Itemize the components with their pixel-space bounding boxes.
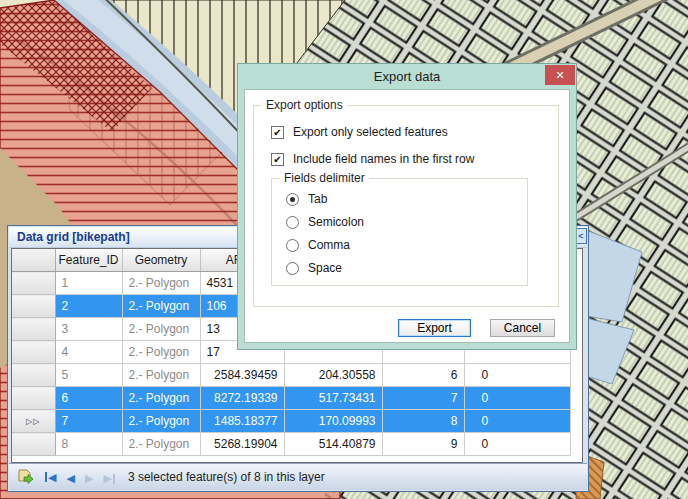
row-header-cell[interactable]: [12, 433, 55, 456]
checkbox-label: Export only selected features: [293, 125, 448, 139]
table-row[interactable]: 82.- Polygon5268.19904514.4087990: [12, 433, 570, 456]
table-cell[interactable]: 0: [464, 387, 570, 410]
checkbox-box-icon[interactable]: ✔: [271, 126, 284, 139]
table-row[interactable]: 62.- Polygon8272.19339517.7343170: [12, 387, 570, 410]
export-table-icon[interactable]: [16, 469, 34, 485]
radio-label: Tab: [308, 192, 327, 206]
table-cell[interactable]: 4: [55, 341, 122, 364]
fields-delimiter-group-label: Fields delimiter: [280, 171, 369, 185]
close-button[interactable]: ✕: [545, 65, 575, 85]
table-cell[interactable]: 2: [55, 295, 122, 318]
row-header-cell[interactable]: [12, 364, 55, 387]
table-cell[interactable]: 2.- Polygon: [122, 341, 200, 364]
table-cell[interactable]: 517.73431: [284, 387, 382, 410]
checkbox-box-icon[interactable]: ✔: [271, 153, 284, 166]
previous-record-icon: ◀: [66, 472, 74, 485]
table-cell[interactable]: 2.- Polygon: [122, 433, 200, 456]
table-cell[interactable]: 2.- Polygon: [122, 272, 200, 295]
nav-bar-glyph: [113, 474, 115, 484]
table-cell[interactable]: 6: [382, 364, 464, 387]
table-cell[interactable]: 8272.19339: [200, 387, 284, 410]
radio-button-icon[interactable]: [286, 239, 299, 252]
table-row[interactable]: 52.- Polygon2584.39459204.3055860: [12, 364, 570, 387]
table-cell[interactable]: 9: [382, 433, 464, 456]
first-record-button[interactable]: ◀: [44, 471, 56, 484]
grid-column-header-geometry[interactable]: Geometry: [122, 249, 200, 272]
table-cell[interactable]: 2.- Polygon: [122, 318, 200, 341]
dialog-content: Export options ✔Export only selected fea…: [244, 89, 570, 343]
row-header-cell[interactable]: [12, 272, 55, 295]
radio-space[interactable]: Space: [286, 261, 342, 275]
table-cell[interactable]: 8: [55, 433, 122, 456]
next-record-button[interactable]: ▶: [85, 472, 93, 485]
table-cell[interactable]: 2.- Polygon: [122, 364, 200, 387]
radio-button-icon[interactable]: [286, 193, 299, 206]
chevron-left-icon: <: [578, 231, 583, 241]
table-cell[interactable]: 7: [55, 410, 122, 433]
radio-button-icon[interactable]: [286, 216, 299, 229]
row-header-cell[interactable]: [12, 387, 55, 410]
grid-column-header-feature-id[interactable]: Feature_ID: [55, 249, 122, 272]
first-record-icon: ◀: [48, 471, 56, 484]
table-cell[interactable]: 3: [55, 318, 122, 341]
status-text: 3 selected feature(s) of 8 in this layer: [128, 470, 325, 484]
table-cell[interactable]: 2.- Polygon: [122, 387, 200, 410]
current-row-marker[interactable]: ▷▷: [12, 410, 55, 433]
table-cell[interactable]: 170.09993: [284, 410, 382, 433]
checkbox-include-field-names-in-the-first-row[interactable]: ✔Include field names in the first row: [271, 152, 474, 166]
export-button[interactable]: Export: [398, 319, 471, 337]
export-options-group-label: Export options: [262, 98, 347, 112]
table-cell[interactable]: 8: [382, 410, 464, 433]
previous-record-button[interactable]: ◀: [66, 472, 74, 485]
table-cell[interactable]: 2.- Polygon: [122, 410, 200, 433]
table-cell[interactable]: 1: [55, 272, 122, 295]
table-cell[interactable]: 2.- Polygon: [122, 295, 200, 318]
grid-status-bar: ◀◀▶▶ 3 selected feature(s) of 8 in this …: [9, 463, 587, 490]
next-record-icon: ▶: [85, 472, 93, 485]
table-cell[interactable]: 5: [55, 364, 122, 387]
radio-tab[interactable]: Tab: [286, 192, 327, 206]
record-navigation: ◀◀▶▶: [44, 468, 126, 486]
checkbox-label: Include field names in the first row: [293, 152, 474, 166]
radio-label: Space: [308, 261, 342, 275]
table-cell[interactable]: 0: [464, 410, 570, 433]
table-cell[interactable]: 5268.19904: [200, 433, 284, 456]
app-screen: Data grid [bikepath] < Feature_IDGeometr…: [0, 0, 688, 499]
table-cell[interactable]: 2584.39459: [200, 364, 284, 387]
radio-comma[interactable]: Comma: [286, 238, 350, 252]
checkbox-export-only-selected-features[interactable]: ✔Export only selected features: [271, 125, 448, 139]
radio-button-icon[interactable]: [286, 262, 299, 275]
last-record-button[interactable]: ▶: [103, 472, 115, 485]
radio-label: Comma: [308, 238, 350, 252]
table-cell[interactable]: 0: [464, 364, 570, 387]
datagrid-title: Data grid [bikepath]: [17, 230, 130, 244]
radio-semicolon[interactable]: Semicolon: [286, 215, 364, 229]
table-cell[interactable]: 204.30558: [284, 364, 382, 387]
table-cell[interactable]: 0: [464, 433, 570, 456]
close-icon: ✕: [555, 69, 564, 81]
dialog-title: Export data: [238, 64, 576, 89]
cancel-button[interactable]: Cancel: [490, 319, 555, 337]
table-cell[interactable]: 7: [382, 387, 464, 410]
radio-label: Semicolon: [308, 215, 364, 229]
row-header-cell[interactable]: [12, 295, 55, 318]
row-header-cell[interactable]: [12, 318, 55, 341]
row-header-cell[interactable]: [12, 341, 55, 364]
grid-corner-cell[interactable]: [12, 249, 55, 272]
export-data-dialog: Export data ✕ Export options ✔Export onl…: [237, 63, 577, 350]
nav-bar-glyph: [45, 472, 47, 482]
table-cell[interactable]: 514.40879: [284, 433, 382, 456]
last-record-icon: ▶: [103, 472, 111, 485]
table-cell[interactable]: 1485.18377: [200, 410, 284, 433]
table-cell[interactable]: 6: [55, 387, 122, 410]
table-row[interactable]: ▷▷72.- Polygon1485.18377170.0999380: [12, 410, 570, 433]
